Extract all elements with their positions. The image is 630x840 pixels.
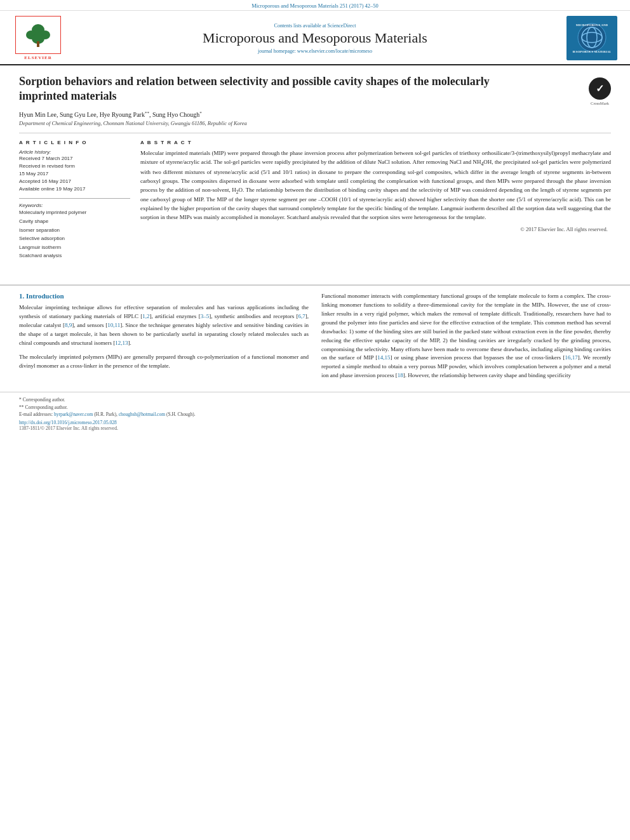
journal-logo-icon: MICROPOROUS AND MESOPOROUS MATERIALS: [573, 20, 611, 55]
footer-issn: 1387-1811/© 2017 Elsevier Inc. All right…: [19, 425, 611, 431]
journal-title: Microporous and Mesoporous Materials: [70, 30, 560, 46]
citation-text: Microporous and Mesoporous Materials 251…: [251, 3, 379, 9]
intro-para-1: Molecular imprinting technique allows fo…: [19, 303, 309, 348]
abstract-heading: A B S T R A C T: [140, 140, 611, 145]
keyword-5: Langmuir isotherm: [19, 243, 130, 252]
body-two-col: 1. Introduction Molecular imprinting tec…: [0, 292, 630, 385]
contents-available: Contents lists available at ScienceDirec…: [70, 23, 560, 29]
crossmark[interactable]: ✓ CrossMark: [589, 77, 611, 105]
svg-text:MESOPOROUS MATERIALS: MESOPOROUS MATERIALS: [573, 50, 611, 53]
footer-doi[interactable]: http://dx.doi.org/10.1016/j.micromeso.20…: [19, 420, 611, 425]
journal-homepage: journal homepage: www.elsevier.com/locat…: [70, 48, 560, 54]
keywords-list: Molecularly imprinted polymer Cavity sha…: [19, 208, 130, 260]
keyword-1: Molecularly imprinted polymer: [19, 208, 130, 217]
email-1[interactable]: hyrpark@naver.com: [54, 411, 93, 417]
keyword-6: Scatchard analysis: [19, 251, 130, 260]
article-title: Sorption behaviors and relation between …: [19, 74, 540, 104]
sciencedirect-link[interactable]: ScienceDirect: [328, 23, 356, 29]
intro-title: 1. Introduction: [19, 292, 309, 300]
elsevier-logo: ELSEVIER: [13, 16, 64, 60]
homepage-link[interactable]: www.elsevier.com/locate/micromeso: [297, 48, 372, 54]
keywords-label: Keywords:: [19, 203, 130, 208]
intro-number: 1.: [19, 292, 24, 300]
history-label: Article history:: [19, 149, 130, 155]
corresponding-2: ** Corresponding author.: [19, 404, 67, 410]
journal-citation: Microporous and Mesoporous Materials 251…: [0, 0, 630, 11]
keywords-group: Keywords: Molecularly imprinted polymer …: [19, 203, 130, 260]
elsevier-label: ELSEVIER: [24, 55, 51, 60]
intro-para-3: Functional monomer interacts with comple…: [321, 292, 611, 380]
page-footer: * Corresponding author. ** Corresponding…: [0, 392, 630, 434]
article-info-heading: A R T I C L E I N F O: [19, 140, 130, 145]
keyword-2: Cavity shape: [19, 217, 130, 226]
article-section: Sorption behaviors and relation between …: [0, 65, 630, 278]
revised-date: Received in revised form15 May 2017: [19, 163, 130, 178]
abstract-column: A B S T R A C T Molecular imprinted mate…: [140, 140, 611, 265]
email-2[interactable]: choughsh@hotmail.com: [119, 411, 165, 417]
body-section: 1. Introduction Molecular imprinting tec…: [0, 284, 630, 385]
journal-logo-right: MICROPOROUS AND MESOPOROUS MATERIALS: [566, 16, 617, 60]
article-info-column: A R T I C L E I N F O Article history: R…: [19, 140, 130, 265]
body-right-column: Functional monomer interacts with comple…: [321, 292, 611, 385]
body-left-column: 1. Introduction Molecular imprinting tec…: [19, 292, 309, 385]
svg-text:MICROPOROUS AND: MICROPOROUS AND: [576, 23, 608, 27]
copyright-notice: © 2017 Elsevier Inc. All rights reserved…: [140, 226, 611, 232]
journal-center: Contents lists available at ScienceDirec…: [64, 23, 566, 54]
svg-rect-4: [37, 41, 39, 47]
footer-corresponding-2: ** Corresponding author.: [19, 404, 611, 411]
keyword-3: Isomer separation: [19, 226, 130, 235]
article-title-area: Sorption behaviors and relation between …: [19, 74, 611, 105]
crossmark-icon: ✓: [589, 77, 611, 100]
abstract-text: Molecular imprinted materials (MIP) were…: [140, 149, 611, 222]
article-history: Article history: Received 7 March 2017 R…: [19, 149, 130, 193]
available-date: Available online 19 May 2017: [19, 185, 130, 193]
authors: Hyun Min Lee, Sung Gyu Lee, Hye Ryoung P…: [19, 110, 611, 118]
elsevier-box: [15, 16, 61, 54]
journal-header: ELSEVIER Contents lists available at Sci…: [0, 11, 630, 65]
footer-emails: E-mail addresses: hyrpark@naver.com (H.R…: [19, 411, 611, 418]
intro-para-2: The molecularly imprinted polymers (MIPs…: [19, 353, 309, 371]
elsevier-tree-icon: [22, 22, 54, 48]
keyword-4: Selective adsorption: [19, 234, 130, 243]
crossmark-label: CrossMark: [591, 101, 609, 105]
intro-heading: Introduction: [26, 292, 64, 300]
corresponding-1: * Corresponding author.: [19, 397, 65, 403]
article-info-abstract: A R T I C L E I N F O Article history: R…: [19, 133, 611, 265]
footer-corresponding-1: * Corresponding author.: [19, 396, 611, 403]
affiliation: Department of Chemical Engineering, Chon…: [19, 120, 611, 126]
received-date: Received 7 March 2017: [19, 155, 130, 163]
accepted-date: Accepted 16 May 2017: [19, 178, 130, 185]
